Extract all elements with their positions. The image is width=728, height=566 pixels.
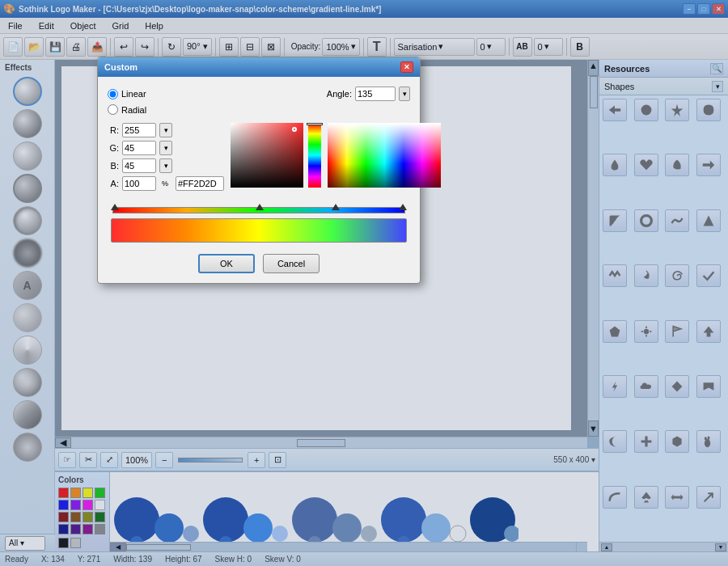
custom-dialog: Custom ✕ Linear Angle: ▾ Radial xyxy=(97,57,421,284)
stop-1[interactable] xyxy=(111,204,119,210)
color-palette-canvas[interactable] xyxy=(328,123,441,188)
gradient-color-bar[interactable] xyxy=(111,218,407,243)
gradient-type-row: Linear Angle: ▾ xyxy=(108,87,410,101)
g-label: G: xyxy=(108,143,119,153)
palette-section xyxy=(328,123,441,189)
r-row: R: ▾ xyxy=(108,123,224,137)
radial-option[interactable]: Radial xyxy=(108,104,146,115)
linear-label: Linear xyxy=(121,89,146,99)
r-spin[interactable]: ▾ xyxy=(159,123,172,137)
ok-button[interactable]: OK xyxy=(198,254,255,273)
g-row: G: ▾ xyxy=(108,141,224,155)
hex-input[interactable] xyxy=(176,176,224,191)
gradient-box[interactable] xyxy=(231,123,303,188)
angle-label: Angle: xyxy=(327,89,352,99)
b-row: B: ▾ xyxy=(108,158,224,173)
stop-3[interactable] xyxy=(332,204,340,210)
dialog-buttons: OK Cancel xyxy=(108,254,410,273)
g-spin[interactable]: ▾ xyxy=(159,141,172,155)
radial-label: Radial xyxy=(121,105,146,115)
r-input[interactable] xyxy=(122,123,156,137)
rgb-panel: R: ▾ G: ▾ B: ▾ A: % xyxy=(108,123,224,191)
radial-row: Radial xyxy=(108,104,410,115)
a-row: A: % xyxy=(108,176,224,191)
hue-strip[interactable] xyxy=(308,123,321,188)
cancel-button[interactable]: Cancel xyxy=(263,254,320,273)
dialog-body: Linear Angle: ▾ Radial R: ▾ xyxy=(98,77,420,283)
angle-input[interactable] xyxy=(355,87,396,101)
g-input[interactable] xyxy=(122,141,156,155)
angle-group: Angle: ▾ xyxy=(327,87,410,101)
linear-radio[interactable] xyxy=(108,89,118,99)
r-label: R: xyxy=(108,125,119,135)
stop-2[interactable] xyxy=(256,204,264,210)
linear-option[interactable]: Linear xyxy=(108,89,146,99)
stop-4[interactable] xyxy=(399,204,407,210)
dialog-close-button[interactable]: ✕ xyxy=(400,61,413,73)
a-pct-label: % xyxy=(159,176,171,191)
hue-cursor xyxy=(307,123,323,125)
picker-row: R: ▾ G: ▾ B: ▾ A: % xyxy=(108,123,410,191)
radial-radio[interactable] xyxy=(108,104,118,115)
gradient-stops-area xyxy=(108,201,410,217)
angle-dropdown-btn[interactable]: ▾ xyxy=(399,87,410,101)
b-spin[interactable]: ▾ xyxy=(159,158,172,173)
gradient-section xyxy=(108,201,410,243)
a-label: A: xyxy=(108,179,119,188)
b-input[interactable] xyxy=(122,158,156,173)
dialog-title-bar: Custom ✕ xyxy=(98,57,420,77)
a-input[interactable] xyxy=(122,176,156,191)
dialog-title-text: Custom xyxy=(104,62,138,72)
gradient-picker xyxy=(231,123,321,188)
b-label: B: xyxy=(108,161,119,171)
